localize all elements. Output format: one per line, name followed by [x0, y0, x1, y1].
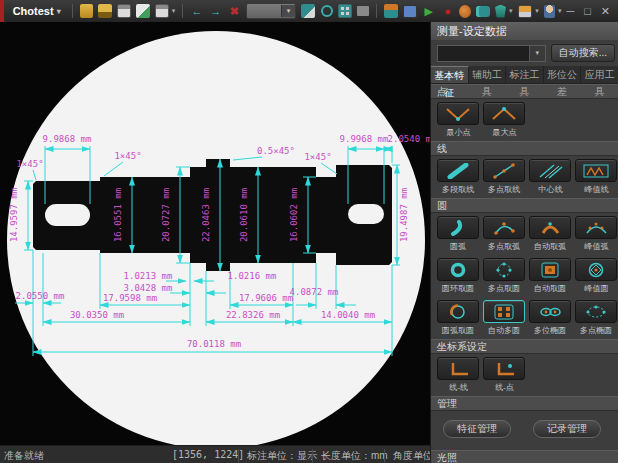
ring-circle-icon [437, 258, 479, 281]
camera-viewport[interactable]: 9.9868 mm 1×45° 1×45° 0.5×45° 1×45° 9.99… [0, 22, 430, 445]
tool-multi-pos-ellipse[interactable]: 多位椭圆 [527, 300, 573, 337]
user-icon[interactable] [544, 5, 555, 18]
open-folder-icon[interactable] [80, 4, 94, 18]
dim-label: 4.0872 mm [290, 287, 339, 297]
section-header-light: 光照 [431, 450, 618, 463]
tool-multi-point-arc[interactable]: 多点取弧 [481, 216, 527, 253]
tool-peak-arc[interactable]: 峰值弧 [573, 216, 618, 253]
thumb-icon[interactable] [459, 5, 471, 18]
tool-max-point[interactable]: 最大点 [481, 102, 527, 139]
auto-circle-icon [529, 258, 571, 281]
tab-form-tolerance[interactable]: 形位公差 [544, 66, 582, 83]
arc-icon [437, 216, 479, 239]
toolbar-separator [182, 4, 183, 18]
camera-icon[interactable] [357, 6, 369, 16]
tool-auto-circle[interactable]: 自动取圆 [527, 258, 573, 295]
close-button[interactable]: ✕ [601, 5, 610, 18]
tool-multi-point-circle[interactable]: 多点取圆 [481, 258, 527, 295]
save-as-dropdown-icon[interactable]: ▾ [172, 7, 176, 15]
tool-peak-circle[interactable]: 峰值圆 [573, 258, 618, 295]
tool-auto-arc[interactable]: 自动取弧 [527, 216, 573, 253]
section-header-coord: 坐标系设定 [431, 339, 618, 354]
tab-application-tools[interactable]: 应用工具 [581, 66, 618, 83]
dim-label: 2.0540 mm [388, 134, 430, 144]
max-point-icon [483, 102, 525, 125]
import-icon[interactable] [98, 4, 112, 18]
tool-min-point[interactable]: 最小点 [435, 102, 481, 139]
tool-arc-circle[interactable]: 圆弧取圆 [435, 300, 481, 337]
left-keyway-slot [45, 204, 90, 226]
shield-dropdown-icon[interactable]: ▾ [509, 7, 513, 15]
minimize-button[interactable]: ─ [566, 5, 574, 18]
grid-icon[interactable] [338, 4, 352, 18]
tool-row: 最小点 最大点 [431, 99, 618, 141]
dim-label: 20.0610 mm [239, 188, 249, 242]
feature-combobox[interactable]: ▾ [437, 45, 546, 62]
tool-center-line[interactable]: 中心线 [527, 159, 573, 196]
user-dropdown-icon[interactable]: ▾ [558, 7, 562, 15]
tool-ring-circle[interactable]: 圆环取圆 [435, 258, 481, 295]
tab-basic-features[interactable]: 基本特征 [431, 66, 469, 83]
min-point-icon [437, 102, 479, 125]
undo-icon[interactable]: ← [190, 4, 204, 18]
record-icon[interactable]: ● [441, 4, 455, 18]
screen-dropdown-icon[interactable]: ▾ [535, 7, 539, 15]
shield-icon[interactable] [495, 5, 506, 18]
tool-multi-seg-line[interactable]: 多段取线 [435, 159, 481, 196]
image-capture-icon[interactable] [301, 4, 315, 18]
right-keyway-slot [348, 204, 384, 224]
section-header-line: 线 [431, 141, 618, 156]
maximize-button[interactable]: □ [584, 5, 591, 18]
tool-row: 多段取线 多点取线 中心线 峰值线 [431, 156, 618, 198]
dim-label: 22.0463 mm [201, 188, 211, 242]
redo-icon[interactable]: → [209, 4, 223, 18]
tab-auxiliary-tools[interactable]: 辅助工具 [469, 66, 507, 83]
edit-icon[interactable] [136, 4, 150, 18]
peak-circle-icon [575, 258, 617, 281]
app-window: Chotest ▾ ▾ ← → ✖ ▾ ▶ ● ▾ ▾ ▾ [0, 0, 618, 463]
cursor-coordinates: [1356, 1224] [172, 449, 244, 460]
tool-auto-multi-circle[interactable]: 自动多圆 [481, 300, 527, 337]
layers-icon[interactable] [384, 4, 398, 18]
record-manage-button[interactable]: 记录管理 [533, 420, 601, 438]
dim-label: 30.0350 mm [70, 310, 124, 320]
dim-label: 16.0551 mm [113, 188, 123, 242]
toolbar-combobox[interactable]: ▾ [246, 3, 296, 19]
faces-icon[interactable] [476, 6, 490, 17]
app-title: Chotest [13, 5, 54, 17]
tool-peak-line[interactable]: 峰值线 [573, 159, 618, 196]
tool-multi-point-line[interactable]: 多点取线 [481, 159, 527, 196]
tab-annotation-tools[interactable]: 标注工具 [506, 66, 544, 83]
magnifier-icon[interactable] [320, 4, 334, 18]
tool-row: 圆环取圆 多点取圆 自动取圆 峰值圆 [431, 255, 618, 297]
dim-label: 9.9868 mm [43, 134, 92, 144]
line-point-icon [483, 357, 525, 380]
app-menu-button[interactable]: Chotest ▾ [9, 5, 65, 17]
tool-arc[interactable]: 圆弧 [435, 216, 481, 253]
search-row: ▾ 自动搜索... [431, 40, 618, 66]
multi-point-circle-icon [483, 258, 525, 281]
feature-manage-button[interactable]: 特征管理 [443, 420, 511, 438]
auto-multi-circle-icon [483, 300, 525, 323]
multi-point-ellipse-icon [575, 300, 617, 323]
save-as-icon[interactable] [155, 4, 169, 18]
delete-icon[interactable]: ✖ [228, 4, 242, 18]
tool-multi-point-ellipse[interactable]: 多点椭圆 [573, 300, 618, 337]
dim-label: 1×45° [304, 152, 331, 162]
multi-point-arc-icon [483, 216, 525, 239]
play-icon[interactable]: ▶ [422, 4, 436, 18]
multi-pos-ellipse-icon [529, 300, 571, 323]
tool-line-line[interactable]: 线-线 [435, 357, 481, 394]
dim-label: 3.0428 mm [124, 283, 173, 293]
auto-search-button[interactable]: 自动搜索... [551, 44, 615, 62]
length-unit: 长度单位：mm [312, 449, 388, 463]
status-bar: 准备就绪 [1356, 1224] 标注单位：显示 长度单位：mm 角度单位：° [0, 445, 430, 463]
accent-strip [0, 0, 4, 22]
tool-line-point[interactable]: 线-点 [481, 357, 527, 394]
screen-settings-icon[interactable] [518, 5, 533, 18]
save-icon[interactable] [117, 4, 131, 18]
display-icon[interactable] [403, 5, 417, 18]
arc-circle-icon [437, 300, 479, 323]
dim-label: 20.0727 mm [161, 188, 171, 242]
window-controls: ─ □ ✕ [566, 5, 618, 18]
